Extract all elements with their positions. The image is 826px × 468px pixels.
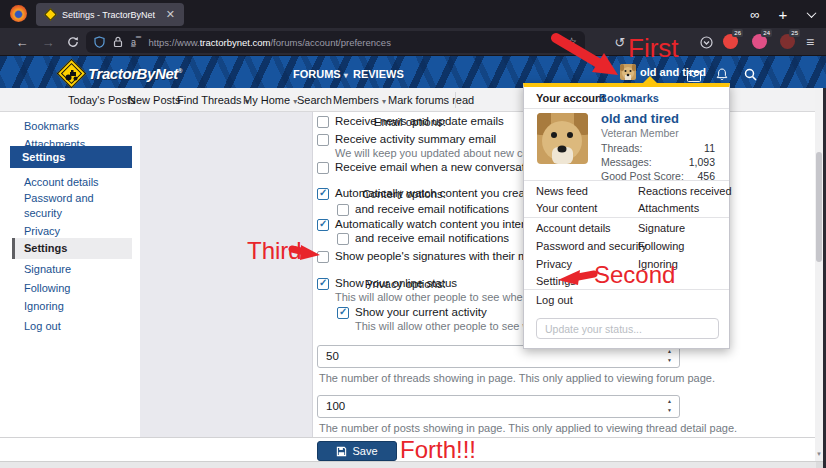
- sidebar-item-account-details[interactable]: Account details: [24, 176, 99, 188]
- reload-button[interactable]: [63, 32, 83, 52]
- forward-button[interactable]: →: [38, 32, 58, 52]
- select-value: 100: [326, 400, 345, 412]
- browser-tab[interactable]: Settings - TractorByNet ✕: [36, 3, 184, 26]
- firefox-view-icon[interactable]: ∞: [744, 3, 766, 25]
- menu-attachments[interactable]: Attachments: [638, 202, 699, 214]
- nav-reviews[interactable]: REVIEWS: [353, 68, 404, 80]
- checkbox[interactable]: [317, 134, 329, 146]
- checkbox[interactable]: [337, 233, 349, 245]
- checkbox-row: Receive news and update emails: [317, 115, 504, 128]
- checkbox-row: Receive activity summary email: [317, 133, 496, 146]
- scroll-down-icon[interactable]: ▼: [815, 451, 823, 457]
- account-dropdown: Your account Bookmarks old and tired Vet…: [523, 83, 730, 349]
- checkbox-label[interactable]: Show your current activity: [355, 306, 487, 318]
- select-arrows-icon: ▲▼: [667, 397, 672, 415]
- pocket-icon[interactable]: [696, 32, 716, 52]
- vertical-scrollbar[interactable]: ▲ ▼: [815, 56, 823, 461]
- subnav-mark-forums-read[interactable]: Mark forums read: [388, 94, 474, 106]
- divider: [455, 92, 456, 108]
- checkbox-label[interactable]: Receive news and update emails: [335, 115, 504, 127]
- checkbox-label[interactable]: Receive activity summary email: [335, 133, 496, 145]
- new-tab-button[interactable]: +: [772, 3, 794, 25]
- avatar[interactable]: [537, 113, 588, 164]
- extension-icon[interactable]: 25: [780, 34, 795, 49]
- dropdown-menu-logout: Log out: [524, 290, 729, 310]
- chevron-down-icon: ▾: [382, 97, 386, 106]
- annotation-arrow-second: [554, 268, 598, 288]
- stat-threads: Threads:11: [601, 142, 715, 154]
- checkbox[interactable]: [317, 219, 329, 231]
- sidebar-item-password-security[interactable]: Password and security: [24, 191, 120, 221]
- menu-password-security[interactable]: Password and security: [536, 240, 647, 252]
- save-button[interactable]: Save: [317, 441, 397, 461]
- annotation-second: Second: [594, 261, 675, 289]
- checkbox[interactable]: [337, 204, 349, 216]
- url-text: https://www.tractorbynet.com/forums/acco…: [149, 37, 391, 48]
- subnav-members[interactable]: Members ▾: [333, 94, 386, 106]
- sidebar-item-ignoring[interactable]: Ignoring: [24, 300, 64, 312]
- sidebar-item-following[interactable]: Following: [24, 282, 70, 294]
- tab-bookmarks[interactable]: Bookmarks: [599, 92, 659, 104]
- sidebar-item-settings-current[interactable]: Settings: [12, 238, 132, 259]
- page: { "colors": { "brand_blue": "#17549e", "…: [0, 0, 826, 468]
- subnav-new-posts[interactable]: New Posts: [128, 94, 181, 106]
- tab-title: Settings - TractorByNet: [62, 10, 163, 20]
- subnav-todays-posts[interactable]: Today's Posts: [68, 94, 136, 106]
- menu-log-out[interactable]: Log out: [536, 294, 573, 306]
- checkbox-label[interactable]: and receive email notifications: [355, 232, 509, 244]
- lock-icon[interactable]: [113, 36, 123, 48]
- help-text: The number of threads showing in page. T…: [319, 372, 715, 384]
- checkbox-label[interactable]: and receive email notifications: [355, 203, 509, 215]
- dropdown-user-block: old and tired Veteran Member Threads:11 …: [524, 109, 729, 180]
- tab-close-icon[interactable]: ✕: [163, 8, 178, 21]
- menu-following[interactable]: Following: [638, 240, 684, 252]
- posts-per-page-select[interactable]: 100 ▲▼: [317, 395, 680, 418]
- tracking-shield-icon[interactable]: [94, 36, 105, 48]
- brand-wordmark[interactable]: TractorByNet®: [88, 65, 182, 82]
- checkbox[interactable]: [317, 278, 329, 290]
- dropdown-username[interactable]: old and tired: [601, 111, 679, 126]
- subnav-my-home[interactable]: My Home ▾: [243, 94, 297, 106]
- menu-reactions-received[interactable]: Reactions received: [638, 185, 732, 197]
- status-input[interactable]: [536, 318, 719, 339]
- scrollbar-thumb[interactable]: [816, 152, 822, 262]
- menu-your-content[interactable]: Your content: [536, 202, 597, 214]
- menu-signature[interactable]: Signature: [638, 222, 685, 234]
- back-button[interactable]: ←: [12, 32, 32, 52]
- select-arrows-icon: ▲▼: [667, 347, 672, 365]
- search-icon[interactable]: [744, 67, 757, 85]
- extension-icon[interactable]: 26: [723, 34, 738, 49]
- checkbox-row: Show your current activity: [337, 306, 487, 319]
- chevron-down-icon: ▾: [344, 71, 348, 80]
- menu-hamburger-icon[interactable]: ≡: [800, 32, 820, 52]
- extension-badge: 24: [761, 29, 772, 37]
- permissions-icon[interactable]: a͇ ̿: [131, 37, 139, 47]
- tractor-icon: [64, 69, 79, 81]
- url-bar[interactable]: a͇ ̿ https://www.tractorbynet.com/forums…: [86, 31, 585, 53]
- extension-icon[interactable]: 24: [752, 34, 767, 49]
- menu-news-feed[interactable]: News feed: [536, 185, 588, 197]
- sidebar-item-signature[interactable]: Signature: [24, 263, 71, 275]
- subnav-find-threads[interactable]: Find Threads ▾: [177, 94, 249, 106]
- nav-forums[interactable]: FORUMS ▾: [293, 68, 348, 80]
- checkbox[interactable]: [317, 116, 329, 128]
- tab-list-chevron-icon[interactable]: [800, 3, 822, 25]
- site-favicon-icon: [44, 8, 57, 21]
- sidebar-item-privacy[interactable]: Privacy: [24, 225, 60, 237]
- subnav-search[interactable]: Search: [297, 94, 332, 106]
- sidebar-item-log-out[interactable]: Log out: [24, 320, 61, 332]
- sidebar-section-settings[interactable]: Settings: [10, 146, 132, 168]
- annotation-forth: Forth!!!: [400, 436, 476, 464]
- checkbox[interactable]: [337, 307, 349, 319]
- floppy-disk-icon: [336, 446, 347, 457]
- checkbox-label[interactable]: Automatically watch content you create..…: [335, 187, 544, 199]
- checkbox[interactable]: [317, 162, 329, 174]
- checkbox[interactable]: [317, 188, 329, 200]
- sidebar-item-bookmarks[interactable]: Bookmarks: [24, 120, 79, 132]
- firefox-icon[interactable]: [10, 5, 27, 22]
- tab-your-account[interactable]: Your account: [536, 92, 605, 104]
- dropdown-menu-activity: News feed Reactions received Your conten…: [524, 181, 729, 217]
- user-title: Veteran Member: [601, 127, 679, 139]
- menu-account-details[interactable]: Account details: [536, 222, 611, 234]
- checkbox-label[interactable]: Show your online status: [335, 277, 457, 289]
